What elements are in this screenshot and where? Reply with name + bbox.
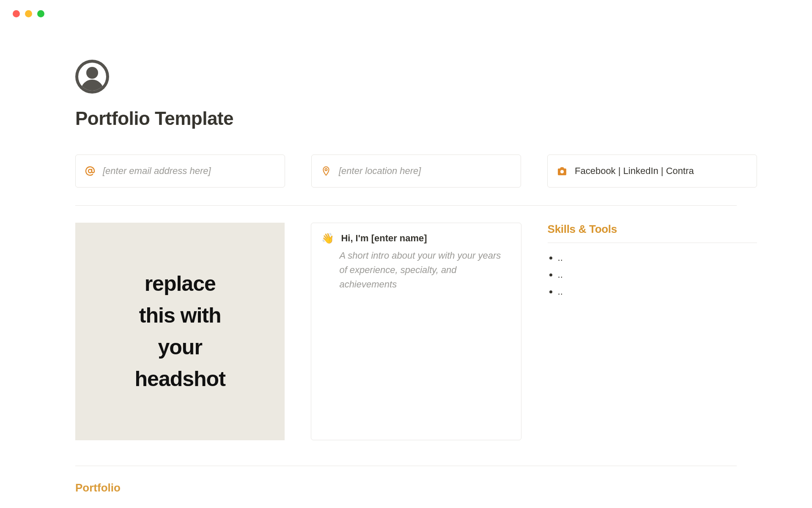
- divider-top: [75, 205, 737, 206]
- info-cards-row: [enter email address here] [enter locati…: [75, 155, 757, 188]
- main-content-row: replace this with your headshot 👋 Hi, I'…: [75, 223, 757, 440]
- avatar-placeholder[interactable]: [75, 60, 109, 94]
- intro-greeting: Hi, I'm [enter name]: [341, 233, 427, 244]
- svg-point-1: [325, 168, 327, 171]
- intro-card[interactable]: 👋 Hi, I'm [enter name] A short intro abo…: [311, 223, 521, 440]
- social-card[interactable]: Facebook | LinkedIn | Contra: [547, 155, 757, 188]
- wave-emoji-icon: 👋: [321, 232, 334, 244]
- location-placeholder-text: [enter location here]: [339, 166, 421, 177]
- at-sign-icon: [85, 166, 95, 176]
- maximize-window-dot[interactable]: [37, 10, 44, 17]
- skills-list[interactable]: .. .. ..: [558, 252, 757, 297]
- camera-icon: [557, 166, 567, 176]
- social-links-text: Facebook | LinkedIn | Contra: [575, 166, 694, 177]
- headshot-placeholder[interactable]: replace this with your headshot: [75, 223, 285, 440]
- email-card[interactable]: [enter email address here]: [75, 155, 285, 188]
- close-window-dot[interactable]: [13, 10, 20, 17]
- map-pin-icon: [321, 166, 331, 176]
- window-traffic-lights: [0, 0, 812, 17]
- intro-body-text: A short intro about your with your years…: [339, 248, 510, 292]
- minimize-window-dot[interactable]: [25, 10, 32, 17]
- skills-column: Skills & Tools .. .. ..: [548, 223, 757, 440]
- skills-divider: [548, 243, 757, 243]
- divider-bottom: [75, 466, 737, 466]
- portfolio-section-heading[interactable]: Portfolio: [75, 481, 757, 494]
- svg-point-2: [560, 170, 564, 174]
- page-title[interactable]: Portfolio Template: [75, 108, 757, 129]
- email-placeholder-text: [enter email address here]: [103, 166, 211, 177]
- location-card[interactable]: [enter location here]: [311, 155, 521, 188]
- list-item[interactable]: ..: [558, 286, 757, 297]
- skills-heading[interactable]: Skills & Tools: [548, 223, 757, 236]
- page-canvas: Portfolio Template [enter email address …: [55, 60, 757, 494]
- list-item[interactable]: ..: [558, 269, 757, 280]
- headshot-placeholder-text: replace this with your headshot: [135, 268, 225, 395]
- list-item[interactable]: ..: [558, 252, 757, 263]
